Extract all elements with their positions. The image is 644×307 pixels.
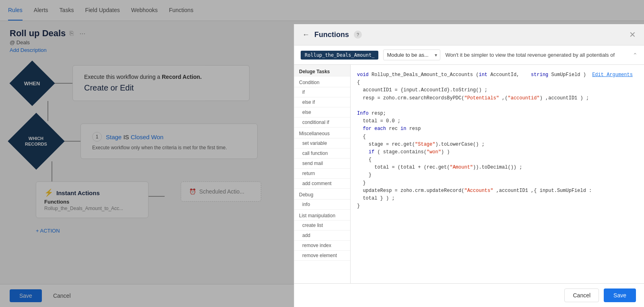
func-description: Won't it be simpler to view the total re… — [445, 52, 628, 58]
code-line-16: updateResp = zoho.crm.updateRecord("Acco… — [357, 187, 638, 195]
modal-close-button[interactable]: ✕ — [629, 30, 636, 39]
task-create-list[interactable]: create list — [294, 220, 350, 231]
task-add[interactable]: add — [294, 231, 350, 241]
list-section-header: List manipulation — [294, 210, 350, 220]
code-line-18: } — [357, 202, 638, 210]
code-area: Deluge Tasks Condition if else if else c… — [294, 65, 644, 283]
task-return[interactable]: return — [294, 169, 350, 179]
task-else[interactable]: else — [294, 107, 350, 117]
module-select[interactable]: Module to be as... — [383, 49, 440, 60]
code-line-5 — [357, 102, 638, 110]
task-remove-index[interactable]: remove index — [294, 241, 350, 251]
task-send-mail[interactable]: send mail — [294, 159, 350, 169]
code-line-14: } — [357, 171, 638, 179]
code-editor[interactable]: void Rollup_the_Deals_Amount_to_Accounts… — [351, 65, 644, 283]
code-line-2: { — [357, 79, 638, 87]
modal-footer: Cancel Save — [294, 283, 644, 307]
task-remove-element[interactable]: remove element — [294, 251, 350, 261]
deluge-sidebar: Deluge Tasks Condition if else if else c… — [294, 65, 351, 283]
functions-modal: ← Functions ? ✕ Rollup_the_Deals_Amount_… — [294, 24, 644, 307]
deluge-tasks-header: Deluge Tasks — [294, 65, 350, 76]
modal-cancel-button[interactable]: Cancel — [564, 288, 599, 302]
task-conditional-if[interactable]: conditional if — [294, 117, 350, 128]
code-line-15: } — [357, 179, 638, 187]
code-line-7: total = 0.0 ; — [357, 117, 638, 125]
task-call-function[interactable]: call function — [294, 148, 350, 159]
task-add-comment[interactable]: add comment — [294, 179, 350, 189]
task-else-if[interactable]: else if — [294, 97, 350, 107]
task-if[interactable]: if — [294, 87, 350, 97]
modal-save-button[interactable]: Save — [604, 288, 636, 302]
code-line-3: accountID1 = {input.AccountId}.toString(… — [357, 87, 638, 94]
code-line-4: resp = zoho.crm.searchRecordsByPDC("Pote… — [357, 95, 638, 102]
modal-back-button[interactable]: ← — [302, 31, 310, 39]
edit-arguments-link[interactable]: Edit Arguments — [592, 72, 633, 78]
code-line-11: if ( stage.contains("won") ) — [357, 148, 638, 156]
code-line-8: for each rec in resp — [357, 125, 638, 133]
code-line-10: stage = rec.get("Stage").toLowerCase() ; — [357, 141, 638, 148]
code-line-13: total = (total + (rec.get("Amount")).toD… — [357, 164, 638, 171]
code-line-1: void Rollup_the_Deals_Amount_to_Accounts… — [357, 71, 638, 79]
condition-section-header: Condition — [294, 76, 350, 87]
task-set-variable[interactable]: set variable — [294, 138, 350, 148]
code-line-12: { — [357, 156, 638, 164]
expand-icon[interactable]: ⌃ — [633, 52, 638, 58]
code-line-17: total } ) ; — [357, 195, 638, 202]
modal-title: Functions — [314, 31, 349, 39]
modal-header: ← Functions ? ✕ — [294, 24, 644, 45]
task-info[interactable]: info — [294, 200, 350, 210]
misc-section-header: Miscellaneous — [294, 128, 350, 138]
modal-help-icon[interactable]: ? — [354, 31, 362, 39]
func-name-badge: Rollup_the_Deals_Amount_ — [301, 51, 378, 60]
code-line-6: Info resp; — [357, 110, 638, 117]
func-toolbar: Rollup_the_Deals_Amount_ Module to be as… — [294, 45, 644, 65]
code-line-9: { — [357, 133, 638, 141]
debug-section-header: Debug — [294, 189, 350, 200]
